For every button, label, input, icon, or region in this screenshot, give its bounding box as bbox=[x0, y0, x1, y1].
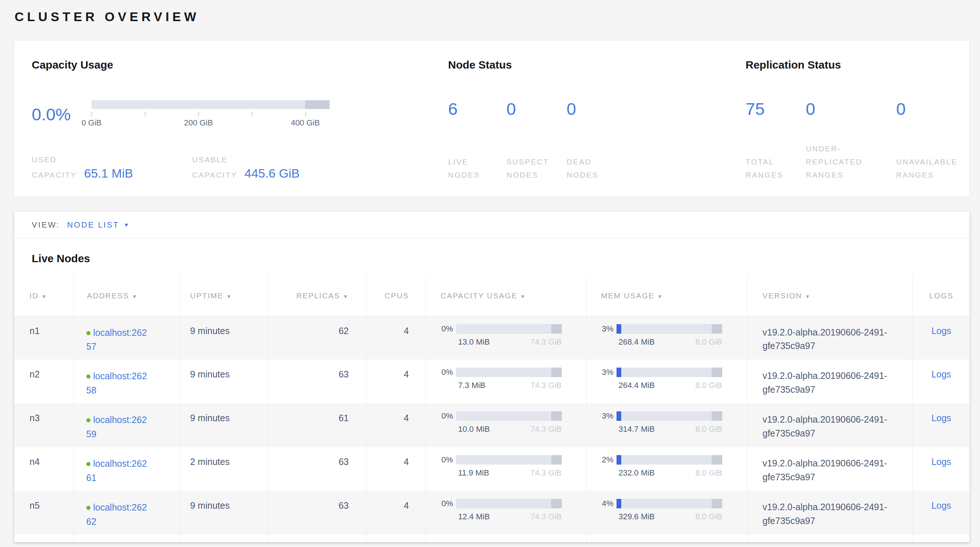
mem-percent: 3% bbox=[598, 411, 614, 421]
node-version: v19.2.0-alpha.20190606-2491-gfe735c9a97 bbox=[747, 359, 912, 403]
capacity-percent: 0% bbox=[437, 367, 453, 377]
capacity-bar-track bbox=[92, 100, 329, 109]
node-address-link[interactable]: localhost:26259 bbox=[86, 415, 147, 439]
column-header-address[interactable]: ADDRESS▼ bbox=[74, 276, 180, 316]
node-id: n5 bbox=[14, 491, 74, 534]
replication-status-title: Replication Status bbox=[746, 59, 969, 71]
node-replicas: 63 bbox=[267, 447, 366, 491]
mem-total-value: 8.0 GiB bbox=[695, 381, 722, 390]
column-header-replicas[interactable]: REPLICAS▼ bbox=[267, 276, 366, 316]
capacity-total-value: 74.3 GiB bbox=[530, 337, 562, 347]
node-address-link[interactable]: localhost:26262 bbox=[86, 502, 147, 526]
capacity-reserved-segment bbox=[551, 324, 562, 334]
suspect-nodes-label: SUSPECTNODES bbox=[506, 155, 566, 181]
capacity-percent: 0% bbox=[437, 411, 453, 421]
logs-link[interactable]: Logs bbox=[932, 369, 951, 379]
capacity-percent: 0% bbox=[437, 499, 453, 508]
mem-used-value: 268.4 MiB bbox=[617, 337, 655, 347]
column-header-mem-usage[interactable]: MEM USAGE▼ bbox=[586, 276, 747, 316]
total-ranges-label: TOTALRANGES bbox=[746, 155, 806, 181]
mem-usage-bar bbox=[617, 455, 722, 464]
mem-usage-bar bbox=[617, 499, 722, 508]
node-version: v19.2.0-alpha.20190606-2491-gfe735c9a97 bbox=[747, 316, 912, 359]
node-address-link[interactable]: localhost:26261 bbox=[86, 458, 147, 483]
live-status-dot bbox=[86, 331, 91, 335]
live-nodes-count: 6 bbox=[448, 100, 506, 118]
node-version: v19.2.0-alpha.20190606-2491-gfe735c9a97 bbox=[747, 403, 912, 447]
node-uptime: 9 minutes bbox=[180, 403, 267, 447]
node-status-panel: Node Status 6 0 0 LIVENODES SUSPECTNODES… bbox=[448, 40, 746, 197]
node-address-link[interactable]: localhost:26257 bbox=[86, 328, 147, 352]
capacity-usage-bar bbox=[456, 324, 562, 334]
node-logs-cell: Logs bbox=[912, 359, 970, 403]
table-row: n3 localhost:26259 9 minutes 61 4 0% 10.… bbox=[14, 403, 970, 447]
sort-arrow-icon: ▼ bbox=[805, 294, 811, 299]
live-nodes-table-body: n1 localhost:26257 9 minutes 62 4 0% 13.… bbox=[14, 316, 970, 542]
node-uptime: 2 minutes bbox=[180, 447, 267, 491]
capacity-total-value: 74.3 GiB bbox=[530, 425, 562, 434]
capacity-usage-bar bbox=[456, 411, 562, 421]
node-replicas: 62 bbox=[267, 316, 366, 359]
column-header-logs: LOGS bbox=[912, 276, 970, 316]
view-selected-value: NODE LIST bbox=[67, 220, 119, 230]
node-address-cell: localhost:26259 bbox=[74, 403, 180, 447]
mem-used-value: 264.4 MiB bbox=[617, 381, 655, 390]
sort-arrow-icon: ▼ bbox=[226, 294, 232, 299]
dead-nodes-label: DEADNODES bbox=[566, 155, 746, 181]
node-mem-usage-cell: 4% 329.6 MiB 8.0 GiB bbox=[586, 491, 747, 534]
table-row: n5 localhost:26262 9 minutes 63 4 0% 12.… bbox=[14, 491, 970, 534]
node-uptime: 9 minutes bbox=[180, 359, 267, 403]
mem-used-segment bbox=[617, 367, 621, 377]
node-address-link[interactable]: localhost:26258 bbox=[86, 371, 147, 395]
node-capacity-usage-cell: 0% 10.0 MiB 74.3 GiB bbox=[426, 403, 586, 447]
node-cpus: 4 bbox=[366, 447, 426, 491]
capacity-used-value: 7.3 MiB bbox=[456, 381, 485, 390]
capacity-bar: 0 GiB 200 GiB 400 GiB bbox=[92, 100, 329, 128]
logs-link[interactable]: Logs bbox=[932, 500, 951, 510]
suspect-nodes-count: 0 bbox=[506, 100, 566, 118]
mem-total-value: 8.0 GiB bbox=[695, 512, 722, 522]
capacity-used-value: 12.4 MiB bbox=[456, 512, 490, 522]
column-header-uptime[interactable]: UPTIME▼ bbox=[180, 276, 267, 316]
capacity-usage-chart: 0.0% 0 GiB 200 GiB 400 GiB bbox=[32, 100, 448, 128]
column-header-version[interactable]: VERSION▼ bbox=[747, 276, 912, 316]
mem-reserved-segment bbox=[712, 455, 722, 464]
node-id: n1 bbox=[14, 316, 74, 359]
table-row: n1 localhost:26257 9 minutes 62 4 0% 13.… bbox=[14, 316, 970, 359]
node-logs-cell: Logs bbox=[912, 491, 970, 534]
mem-used-segment bbox=[617, 324, 621, 334]
capacity-used-value: 11.9 MiB bbox=[456, 468, 489, 478]
logs-link[interactable]: Logs bbox=[932, 326, 951, 336]
tick-label-400: 400 GiB bbox=[291, 118, 320, 128]
node-replicas: 61 bbox=[267, 403, 366, 447]
live-nodes-table: ID▼ ADDRESS▼ UPTIME▼ REPLICAS▼ CPUS CAPA… bbox=[14, 276, 970, 542]
capacity-reserved-segment bbox=[551, 367, 562, 377]
node-status-title: Node Status bbox=[448, 59, 746, 71]
node-version: v19.2.0-alpha.20190606-2491-gfe735c9a97 bbox=[747, 491, 912, 534]
sort-arrow-icon: ▼ bbox=[132, 294, 138, 299]
logs-link[interactable]: Logs bbox=[932, 456, 951, 467]
node-cpus: 4 bbox=[366, 359, 426, 403]
capacity-total-value: 74.3 GiB bbox=[530, 381, 562, 390]
view-label: VIEW: bbox=[32, 220, 60, 230]
capacity-total-value: 74.3 GiB bbox=[530, 468, 562, 478]
capacity-usage-panel: Capacity Usage 0.0% 0 GiB 200 GiB 400 Gi… bbox=[14, 40, 448, 197]
under-replicated-ranges-label: UNDER-REPLICATEDRANGES bbox=[806, 142, 896, 181]
mem-reserved-segment bbox=[712, 411, 722, 421]
node-address-cell: localhost:26257 bbox=[74, 316, 180, 359]
table-header-row: ID▼ ADDRESS▼ UPTIME▼ REPLICAS▼ CPUS CAPA… bbox=[14, 276, 970, 316]
capacity-bar-reserved-segment bbox=[305, 100, 329, 109]
node-version: v19.2.0-alpha.20190606-2491-gfe735c9a97 bbox=[747, 447, 912, 491]
used-capacity-value: 65.1 MiB bbox=[84, 166, 133, 181]
capacity-percent: 0% bbox=[437, 324, 453, 334]
live-status-dot bbox=[86, 375, 91, 378]
capacity-usage-bar bbox=[456, 455, 562, 464]
mem-reserved-segment bbox=[712, 324, 722, 334]
replication-status-panel: Replication Status 75 0 0 TOTALRANGES UN… bbox=[746, 40, 969, 197]
table-row-partial bbox=[14, 534, 970, 542]
logs-link[interactable]: Logs bbox=[932, 413, 951, 423]
column-header-id[interactable]: ID▼ bbox=[14, 276, 74, 316]
node-capacity-usage-cell: 0% 11.9 MiB 74.3 GiB bbox=[426, 447, 586, 491]
view-selector-dropdown[interactable]: NODE LIST ▼ bbox=[67, 220, 129, 230]
column-header-capacity-usage[interactable]: CAPACITY USAGE▼ bbox=[426, 276, 586, 316]
